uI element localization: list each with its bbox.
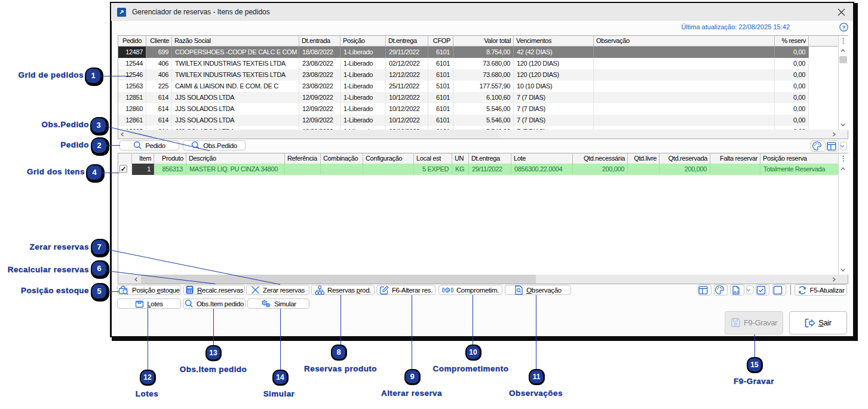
svg-text:?: ? <box>842 24 846 30</box>
svg-text:XLS: XLS <box>733 290 739 293</box>
